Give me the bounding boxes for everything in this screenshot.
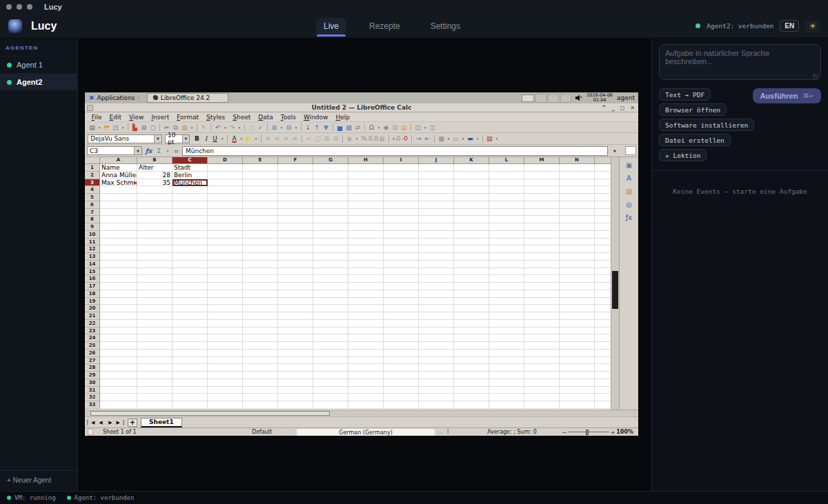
cell-C14[interactable] [172,261,208,268]
cell-J5[interactable] [419,194,454,201]
cell-I13[interactable] [384,253,419,261]
cell-L21[interactable] [489,312,524,320]
cell-K30[interactable] [454,379,489,387]
cell-D31[interactable] [208,387,243,394]
cell-I7[interactable] [384,209,419,216]
cell-H4[interactable] [348,186,384,194]
cell-E26[interactable] [243,350,278,357]
undo-dd-icon[interactable]: ▾ [222,125,228,130]
select-all-corner[interactable] [85,157,100,164]
cell-A25[interactable] [100,342,137,350]
minimize-button[interactable]: _ [612,105,615,111]
column-header-I[interactable]: I [384,157,419,164]
cell-K15[interactable] [454,268,489,276]
cell-F3[interactable] [278,179,313,187]
zoom-slider[interactable]: − + [561,428,616,436]
tab-rezepte[interactable]: Rezepte [362,18,408,34]
action-lektion[interactable]: + Lektion [659,149,707,161]
insert-column-dd-icon[interactable]: ▾ [293,125,299,130]
cell-H16[interactable] [348,275,384,283]
cell-M6[interactable] [524,201,560,209]
action-datei-erstellen[interactable]: Datei erstellen [659,134,731,146]
selection-mode-icon[interactable]: ▭ [438,428,443,436]
cell-N19[interactable] [560,298,595,305]
cell-H32[interactable] [348,394,384,401]
new-document-dd-icon[interactable]: ▾ [97,125,102,130]
cell-J25[interactable] [419,342,454,350]
cell-G28[interactable] [313,364,348,372]
cell-C9[interactable] [172,223,208,231]
cell-F30[interactable] [278,379,313,387]
cell-F31[interactable] [278,387,313,394]
cell-K13[interactable] [454,253,489,261]
row-header-14[interactable]: 14 [85,261,100,268]
cell-M28[interactable] [524,364,560,372]
special-character-dd-icon[interactable]: ▾ [376,125,382,130]
sidebar-styles-icon[interactable]: A [627,175,631,182]
cell-N20[interactable] [560,305,595,312]
sort-descending-icon[interactable]: ↑ [313,123,322,132]
cell-G19[interactable] [313,298,348,305]
cell-C4[interactable] [172,186,208,194]
cell-H20[interactable] [348,305,384,312]
run-button[interactable]: Ausführen ⌘↵ [753,88,821,103]
cell-L26[interactable] [489,350,524,357]
cell-B27[interactable] [137,357,172,365]
add-sheet-button[interactable]: + [128,419,137,427]
cell-B19[interactable] [137,298,172,305]
cell-D28[interactable] [208,364,243,372]
action-text-pdf[interactable]: Text → PDF [659,88,711,101]
print-preview-icon[interactable]: ◻ [148,123,157,132]
cell-A29[interactable] [100,372,137,379]
cell-N25[interactable] [560,342,595,350]
cell-G1[interactable] [313,164,348,172]
cell-M24[interactable] [524,334,560,342]
row-header-27[interactable]: 27 [85,357,100,365]
cell-B5[interactable] [137,194,172,201]
cell-C18[interactable] [172,290,208,298]
row-header-2[interactable]: 2 [85,172,100,179]
background-color-dd-icon[interactable]: ▾ [475,137,480,141]
action-browser-ffnen[interactable]: Browser öffnen [659,103,727,116]
cell-N33[interactable] [560,401,595,409]
format-number-icon[interactable]: 0.0 [368,134,377,143]
cell-C11[interactable] [172,239,208,246]
cell-A31[interactable] [100,387,137,394]
cell-G15[interactable] [313,268,348,276]
cell-K17[interactable] [454,283,489,290]
first-sheet-button[interactable]: ▏◀ [87,420,95,425]
cell-H11[interactable] [348,239,384,246]
cell-A27[interactable] [100,357,137,365]
cell-M19[interactable] [524,298,560,305]
cell-B33[interactable] [137,401,172,409]
cell-C22[interactable] [172,320,208,327]
cell-I8[interactable] [384,216,419,223]
cell-H19[interactable] [348,298,384,305]
cell-H2[interactable] [348,172,384,179]
cell-L27[interactable] [489,357,524,365]
pivot-table-icon[interactable]: ⇄ [353,123,362,132]
cell-G24[interactable] [313,334,348,342]
cell-D5[interactable] [208,194,243,201]
cell-F21[interactable] [278,312,313,320]
cell-J15[interactable] [419,268,454,276]
insert-image-icon[interactable]: ▨ [344,123,353,132]
highlighting-dd-icon[interactable]: ▾ [253,137,259,141]
cell-C27[interactable] [172,357,208,365]
cell-G13[interactable] [313,253,348,261]
background-color-icon[interactable]: ▬ [466,134,475,143]
cell-M1[interactable] [524,164,560,172]
cell-E25[interactable] [243,342,278,350]
cell-D6[interactable] [208,201,243,209]
cell-M31[interactable] [524,387,560,394]
cell-F20[interactable] [278,305,313,312]
freeze-dd-icon[interactable]: ▾ [422,125,428,130]
cell-E16[interactable] [243,275,278,283]
cell-G11[interactable] [313,239,348,246]
cell-A13[interactable] [100,253,137,261]
cell-C31[interactable] [172,387,208,394]
cell-A28[interactable] [100,364,137,372]
row-header-33[interactable]: 33 [85,401,100,409]
column-header-N[interactable]: N [560,157,595,164]
cell-H7[interactable] [348,209,384,216]
